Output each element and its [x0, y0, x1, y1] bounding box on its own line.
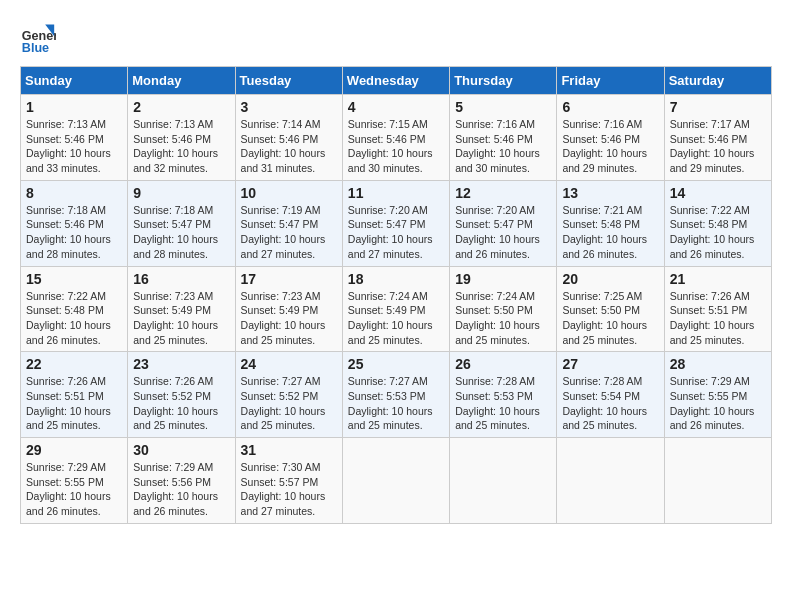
day-number: 9	[133, 185, 229, 201]
calendar-cell	[664, 438, 771, 524]
day-info: Sunrise: 7:23 AM Sunset: 5:49 PM Dayligh…	[241, 289, 337, 348]
day-info: Sunrise: 7:26 AM Sunset: 5:51 PM Dayligh…	[26, 374, 122, 433]
day-info: Sunrise: 7:18 AM Sunset: 5:46 PM Dayligh…	[26, 203, 122, 262]
calendar-cell: 21Sunrise: 7:26 AM Sunset: 5:51 PM Dayli…	[664, 266, 771, 352]
day-number: 12	[455, 185, 551, 201]
day-number: 1	[26, 99, 122, 115]
day-info: Sunrise: 7:28 AM Sunset: 5:54 PM Dayligh…	[562, 374, 658, 433]
day-number: 13	[562, 185, 658, 201]
calendar-cell: 29Sunrise: 7:29 AM Sunset: 5:55 PM Dayli…	[21, 438, 128, 524]
calendar-table: SundayMondayTuesdayWednesdayThursdayFrid…	[20, 66, 772, 524]
day-info: Sunrise: 7:16 AM Sunset: 5:46 PM Dayligh…	[455, 117, 551, 176]
day-number: 6	[562, 99, 658, 115]
page-header: General Blue	[20, 20, 772, 56]
day-info: Sunrise: 7:20 AM Sunset: 5:47 PM Dayligh…	[455, 203, 551, 262]
calendar-cell: 6Sunrise: 7:16 AM Sunset: 5:46 PM Daylig…	[557, 95, 664, 181]
day-number: 28	[670, 356, 766, 372]
day-info: Sunrise: 7:14 AM Sunset: 5:46 PM Dayligh…	[241, 117, 337, 176]
calendar-week-2: 8Sunrise: 7:18 AM Sunset: 5:46 PM Daylig…	[21, 180, 772, 266]
day-info: Sunrise: 7:25 AM Sunset: 5:50 PM Dayligh…	[562, 289, 658, 348]
day-info: Sunrise: 7:22 AM Sunset: 5:48 PM Dayligh…	[26, 289, 122, 348]
calendar-week-1: 1Sunrise: 7:13 AM Sunset: 5:46 PM Daylig…	[21, 95, 772, 181]
calendar-cell: 10Sunrise: 7:19 AM Sunset: 5:47 PM Dayli…	[235, 180, 342, 266]
day-number: 16	[133, 271, 229, 287]
calendar-body: 1Sunrise: 7:13 AM Sunset: 5:46 PM Daylig…	[21, 95, 772, 524]
day-number: 27	[562, 356, 658, 372]
calendar-cell: 2Sunrise: 7:13 AM Sunset: 5:46 PM Daylig…	[128, 95, 235, 181]
day-number: 11	[348, 185, 444, 201]
calendar-cell: 30Sunrise: 7:29 AM Sunset: 5:56 PM Dayli…	[128, 438, 235, 524]
day-info: Sunrise: 7:29 AM Sunset: 5:55 PM Dayligh…	[26, 460, 122, 519]
day-info: Sunrise: 7:24 AM Sunset: 5:50 PM Dayligh…	[455, 289, 551, 348]
calendar-cell: 1Sunrise: 7:13 AM Sunset: 5:46 PM Daylig…	[21, 95, 128, 181]
logo: General Blue	[20, 20, 56, 56]
day-info: Sunrise: 7:21 AM Sunset: 5:48 PM Dayligh…	[562, 203, 658, 262]
calendar-cell: 9Sunrise: 7:18 AM Sunset: 5:47 PM Daylig…	[128, 180, 235, 266]
day-number: 17	[241, 271, 337, 287]
calendar-cell: 3Sunrise: 7:14 AM Sunset: 5:46 PM Daylig…	[235, 95, 342, 181]
calendar-cell: 19Sunrise: 7:24 AM Sunset: 5:50 PM Dayli…	[450, 266, 557, 352]
day-number: 20	[562, 271, 658, 287]
weekday-thursday: Thursday	[450, 67, 557, 95]
day-info: Sunrise: 7:24 AM Sunset: 5:49 PM Dayligh…	[348, 289, 444, 348]
svg-text:Blue: Blue	[22, 41, 49, 55]
day-number: 18	[348, 271, 444, 287]
calendar-cell: 4Sunrise: 7:15 AM Sunset: 5:46 PM Daylig…	[342, 95, 449, 181]
weekday-sunday: Sunday	[21, 67, 128, 95]
day-number: 19	[455, 271, 551, 287]
day-info: Sunrise: 7:28 AM Sunset: 5:53 PM Dayligh…	[455, 374, 551, 433]
calendar-cell: 11Sunrise: 7:20 AM Sunset: 5:47 PM Dayli…	[342, 180, 449, 266]
day-info: Sunrise: 7:22 AM Sunset: 5:48 PM Dayligh…	[670, 203, 766, 262]
day-number: 21	[670, 271, 766, 287]
calendar-cell: 5Sunrise: 7:16 AM Sunset: 5:46 PM Daylig…	[450, 95, 557, 181]
day-number: 25	[348, 356, 444, 372]
day-number: 10	[241, 185, 337, 201]
day-number: 23	[133, 356, 229, 372]
logo-icon: General Blue	[20, 20, 56, 56]
day-number: 8	[26, 185, 122, 201]
day-number: 2	[133, 99, 229, 115]
calendar-cell: 16Sunrise: 7:23 AM Sunset: 5:49 PM Dayli…	[128, 266, 235, 352]
day-info: Sunrise: 7:13 AM Sunset: 5:46 PM Dayligh…	[133, 117, 229, 176]
day-info: Sunrise: 7:13 AM Sunset: 5:46 PM Dayligh…	[26, 117, 122, 176]
calendar-week-3: 15Sunrise: 7:22 AM Sunset: 5:48 PM Dayli…	[21, 266, 772, 352]
day-info: Sunrise: 7:23 AM Sunset: 5:49 PM Dayligh…	[133, 289, 229, 348]
calendar-cell: 23Sunrise: 7:26 AM Sunset: 5:52 PM Dayli…	[128, 352, 235, 438]
weekday-header-row: SundayMondayTuesdayWednesdayThursdayFrid…	[21, 67, 772, 95]
day-info: Sunrise: 7:18 AM Sunset: 5:47 PM Dayligh…	[133, 203, 229, 262]
day-info: Sunrise: 7:17 AM Sunset: 5:46 PM Dayligh…	[670, 117, 766, 176]
day-info: Sunrise: 7:27 AM Sunset: 5:53 PM Dayligh…	[348, 374, 444, 433]
calendar-cell: 25Sunrise: 7:27 AM Sunset: 5:53 PM Dayli…	[342, 352, 449, 438]
calendar-cell: 17Sunrise: 7:23 AM Sunset: 5:49 PM Dayli…	[235, 266, 342, 352]
day-number: 3	[241, 99, 337, 115]
calendar-cell: 8Sunrise: 7:18 AM Sunset: 5:46 PM Daylig…	[21, 180, 128, 266]
day-info: Sunrise: 7:26 AM Sunset: 5:51 PM Dayligh…	[670, 289, 766, 348]
day-info: Sunrise: 7:20 AM Sunset: 5:47 PM Dayligh…	[348, 203, 444, 262]
calendar-cell: 26Sunrise: 7:28 AM Sunset: 5:53 PM Dayli…	[450, 352, 557, 438]
day-info: Sunrise: 7:15 AM Sunset: 5:46 PM Dayligh…	[348, 117, 444, 176]
calendar-cell: 15Sunrise: 7:22 AM Sunset: 5:48 PM Dayli…	[21, 266, 128, 352]
day-number: 26	[455, 356, 551, 372]
calendar-cell: 13Sunrise: 7:21 AM Sunset: 5:48 PM Dayli…	[557, 180, 664, 266]
weekday-wednesday: Wednesday	[342, 67, 449, 95]
day-info: Sunrise: 7:29 AM Sunset: 5:55 PM Dayligh…	[670, 374, 766, 433]
day-info: Sunrise: 7:26 AM Sunset: 5:52 PM Dayligh…	[133, 374, 229, 433]
weekday-tuesday: Tuesday	[235, 67, 342, 95]
day-number: 4	[348, 99, 444, 115]
calendar-cell: 18Sunrise: 7:24 AM Sunset: 5:49 PM Dayli…	[342, 266, 449, 352]
day-info: Sunrise: 7:27 AM Sunset: 5:52 PM Dayligh…	[241, 374, 337, 433]
day-number: 22	[26, 356, 122, 372]
calendar-week-5: 29Sunrise: 7:29 AM Sunset: 5:55 PM Dayli…	[21, 438, 772, 524]
calendar-cell: 14Sunrise: 7:22 AM Sunset: 5:48 PM Dayli…	[664, 180, 771, 266]
calendar-week-4: 22Sunrise: 7:26 AM Sunset: 5:51 PM Dayli…	[21, 352, 772, 438]
weekday-friday: Friday	[557, 67, 664, 95]
calendar-cell	[557, 438, 664, 524]
calendar-cell: 20Sunrise: 7:25 AM Sunset: 5:50 PM Dayli…	[557, 266, 664, 352]
day-number: 7	[670, 99, 766, 115]
day-number: 30	[133, 442, 229, 458]
day-info: Sunrise: 7:29 AM Sunset: 5:56 PM Dayligh…	[133, 460, 229, 519]
weekday-monday: Monday	[128, 67, 235, 95]
weekday-saturday: Saturday	[664, 67, 771, 95]
calendar-cell	[450, 438, 557, 524]
calendar-cell: 22Sunrise: 7:26 AM Sunset: 5:51 PM Dayli…	[21, 352, 128, 438]
